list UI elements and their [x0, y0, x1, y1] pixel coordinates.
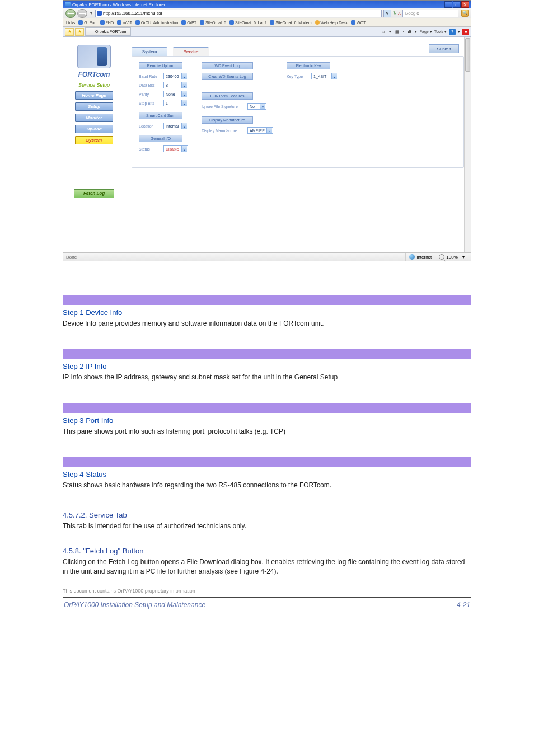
nav-history-dropdown[interactable]: ▾ [89, 11, 93, 16]
stop-bits-select[interactable]: 1v [163, 100, 188, 106]
data-bits-select[interactable]: 8v [163, 82, 188, 88]
status-select[interactable]: Disablev [163, 145, 188, 152]
status-done: Done [66, 255, 77, 260]
fetch-log-button[interactable]: Fetch Log [74, 189, 114, 198]
fetch-log-text: Clicking on the Fetch Log button opens a… [63, 557, 471, 577]
tab-service[interactable]: Service [173, 47, 209, 56]
key-type-select[interactable]: 1_KBITv [311, 73, 338, 79]
dropdown-icon[interactable]: ▾ [458, 30, 460, 34]
zoom-icon [439, 254, 444, 260]
browser-window: Orpak's FORTcom - Windows Internet Explo… [63, 0, 471, 261]
cancel-load-icon[interactable]: X [398, 11, 401, 16]
links-label: Links [66, 21, 75, 25]
brand-label: FORTcom [78, 71, 110, 78]
tab-system[interactable]: System [132, 47, 167, 56]
display-manufacture-label: Display Manufacture [202, 129, 245, 133]
link-web-help-desk[interactable]: Web Help Desk [315, 20, 348, 25]
back-button[interactable]: ⟵ [65, 9, 76, 18]
link-fho[interactable]: FHO [100, 20, 114, 25]
help-icon[interactable]: ? [449, 29, 456, 35]
page-footer: OrPAY1000 Installation Setup and Mainten… [63, 597, 471, 620]
chevron-down-icon: v [181, 73, 187, 79]
sidebar-setup[interactable]: Setup [75, 102, 113, 111]
chevron-down-icon: v [181, 146, 187, 152]
browser-tab[interactable]: Orpak's FORTcom [85, 27, 131, 36]
link-wot[interactable]: WOT [351, 20, 366, 25]
link-label: G_Port [84, 21, 96, 25]
link-label: SiteOmat_6 [205, 21, 226, 25]
dropdown-icon[interactable]: ▾ [415, 30, 417, 34]
link-label: OrCU_Administration [141, 21, 178, 25]
ignore-file-sig-select[interactable]: Nov [247, 103, 266, 110]
status-zoom[interactable]: 100% ▾ [435, 253, 468, 261]
stop-bits-label: Stop Bits [139, 101, 161, 105]
security-report-icon[interactable]: ■ [462, 29, 469, 35]
service-tab-heading: 4.5.7.2. Service Tab [63, 511, 471, 519]
service-tab-text: This tab is intended for the use of auth… [63, 522, 471, 531]
location-select[interactable]: Internalv [163, 123, 188, 129]
link-gport[interactable]: G_Port [78, 20, 96, 25]
search-icon: 🔍 [462, 11, 468, 16]
page-icon [351, 20, 355, 25]
link-label: mVIT [123, 21, 132, 25]
link-label: OrPT [187, 21, 196, 25]
baud-rate-select[interactable]: 230400v [163, 73, 188, 79]
page-icon [181, 20, 186, 25]
window-minimize-button[interactable]: _ [444, 1, 452, 8]
chevron-down-icon: v [181, 123, 187, 129]
search-box[interactable]: Google [402, 10, 458, 17]
link-siteomat6[interactable]: SiteOmat_6 [200, 20, 226, 25]
refresh-icon[interactable]: ↻ [393, 11, 397, 16]
address-bar[interactable]: http://192.168.1.211/menu.ssi [95, 10, 382, 17]
clear-wd-events-button[interactable]: Clear WD Events Log [202, 73, 253, 80]
chevron-down-icon: v [181, 82, 187, 88]
footer-page-number: 4-21 [457, 601, 470, 609]
step2-body: IP Info shows the IP address, gateway an… [63, 373, 471, 382]
key-type-label: Key Type [287, 74, 309, 78]
address-url: http://192.168.1.211/menu.ssi [103, 11, 162, 16]
ignore-file-sig-label: Ignore File Signature [202, 105, 245, 109]
smart-card-header: Smart Card Sam [139, 112, 182, 119]
sidebar-system[interactable]: System [75, 136, 113, 144]
feeds-icon[interactable]: ▦ [394, 29, 400, 35]
page-icon [270, 20, 274, 25]
link-orcu-admin[interactable]: OrCU_Administration [135, 20, 178, 25]
step1-heading: Step 1 Device Info [63, 308, 471, 317]
forward-button[interactable]: ⟶ [77, 9, 87, 18]
tab-label: Orpak's FORTcom [95, 30, 127, 34]
submit-button[interactable]: Submit [429, 44, 459, 53]
parity-select[interactable]: Nonev [163, 91, 188, 97]
link-siteomat6-modem[interactable]: SiteOmat_6_Modem [270, 20, 311, 25]
chevron-down-icon: v [331, 73, 337, 79]
window-titlebar: Orpak's FORTcom - Windows Internet Explo… [63, 1, 471, 8]
favorites-button[interactable]: ★ [65, 28, 74, 36]
link-mvit[interactable]: mVIT [117, 20, 132, 25]
step4-heading: Step 4 Status [63, 470, 471, 478]
window-close-button[interactable]: X [461, 1, 469, 8]
search-button[interactable]: 🔍 [461, 10, 469, 17]
print-icon[interactable]: 🖶 [406, 29, 413, 35]
service-setup-title: Service Setup [78, 83, 110, 88]
add-favorite-button[interactable]: ★ [75, 28, 84, 36]
display-manufacture-select[interactable]: AMPIREv [247, 127, 273, 134]
link-siteomat6-lan2[interactable]: SiteOmat_6_Lan2 [229, 20, 266, 25]
vertical-scrollbar[interactable] [464, 37, 471, 252]
link-orpt[interactable]: OrPT [181, 20, 196, 25]
page-menu[interactable]: Page ▾ [419, 30, 432, 34]
page-icon [100, 20, 105, 25]
ie-icon [65, 2, 71, 7]
scrollbar-thumb[interactable] [465, 38, 470, 72]
sidebar-monitor[interactable]: Monitor [75, 114, 113, 122]
link-label: Web Help Desk [321, 21, 348, 25]
home-icon[interactable]: ⌂ [380, 29, 387, 35]
baud-rate-label: Baud Rate [139, 74, 161, 78]
sidebar-upload[interactable]: Upload [75, 125, 113, 133]
fortcom-features-header: FORTcom Features [202, 92, 253, 100]
window-maximize-button[interactable]: ▭ [453, 1, 461, 8]
chevron-down-icon: v [181, 91, 187, 97]
tools-menu[interactable]: Tools ▾ [434, 30, 447, 34]
address-go-dropdown[interactable]: v [383, 10, 391, 17]
sidebar-home-page[interactable]: Home Page [75, 91, 113, 100]
step1-body: Device Info pane provides memory and sof… [63, 319, 471, 328]
dropdown-icon[interactable]: ▾ [389, 30, 391, 34]
